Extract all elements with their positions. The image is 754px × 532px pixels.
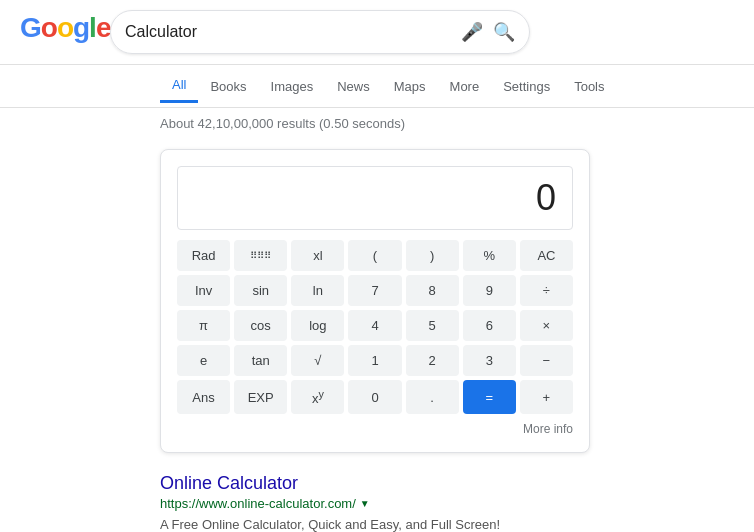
calc-btn-4[interactable]: 4: [348, 310, 401, 341]
calc-btn-pi[interactable]: π: [177, 310, 230, 341]
calc-btn-2[interactable]: 2: [406, 345, 459, 376]
calc-btn-0[interactable]: 0: [348, 380, 401, 414]
calc-btn-7[interactable]: 7: [348, 275, 401, 306]
nav-item-more[interactable]: More: [438, 71, 492, 102]
calc-btn-ans[interactable]: Ans: [177, 380, 230, 414]
calc-btn-close-paren[interactable]: ): [406, 240, 459, 271]
calc-btn-exp[interactable]: EXP: [234, 380, 287, 414]
nav-item-all[interactable]: All: [160, 69, 198, 103]
calc-btn-e[interactable]: e: [177, 345, 230, 376]
calc-grid: Rad ⠿⠿⠿ xl ( ) % AC Inv sin ln 7 8 9 ÷ π…: [177, 240, 573, 414]
calc-btn-6[interactable]: 6: [463, 310, 516, 341]
calc-btn-add[interactable]: +: [520, 380, 573, 414]
logo-o2: o: [57, 12, 73, 43]
nav-tools[interactable]: Tools: [562, 71, 616, 102]
calc-btn-cos[interactable]: cos: [234, 310, 287, 341]
nav-item-images[interactable]: Images: [259, 71, 326, 102]
logo-l: l: [89, 12, 96, 43]
more-info[interactable]: More info: [177, 414, 573, 436]
nav-item-books[interactable]: Books: [198, 71, 258, 102]
logo-text: Google: [20, 12, 110, 43]
result-1-title[interactable]: Online Calculator: [160, 473, 594, 494]
search-bar: 🎤 🔍: [110, 10, 530, 54]
logo-o1: o: [41, 12, 57, 43]
calc-btn-5[interactable]: 5: [406, 310, 459, 341]
logo-g: G: [20, 12, 41, 43]
calc-btn-1[interactable]: 1: [348, 345, 401, 376]
calc-btn-8[interactable]: 8: [406, 275, 459, 306]
search-icon[interactable]: 🔍: [493, 21, 515, 43]
nav-settings[interactable]: Settings: [491, 71, 562, 102]
calc-btn-open-paren[interactable]: (: [348, 240, 401, 271]
calc-btn-percent[interactable]: %: [463, 240, 516, 271]
search-results: Online Calculator https://www.online-cal…: [0, 463, 754, 532]
result-1-snippet: A Free Online Calculator, Quick and Easy…: [160, 515, 594, 532]
calc-btn-xl[interactable]: xl: [291, 240, 344, 271]
calc-btn-divide[interactable]: ÷: [520, 275, 573, 306]
result-1-url: https://www.online-calculator.com/ ▼: [160, 496, 594, 511]
calc-btn-deg[interactable]: ⠿⠿⠿: [234, 240, 287, 271]
logo: Google: [20, 12, 90, 52]
nav-item-maps[interactable]: Maps: [382, 71, 438, 102]
calc-btn-multiply[interactable]: ×: [520, 310, 573, 341]
logo-e: e: [96, 12, 111, 43]
calc-btn-ln[interactable]: ln: [291, 275, 344, 306]
calc-btn-ac[interactable]: AC: [520, 240, 573, 271]
mic-icon[interactable]: 🎤: [461, 21, 483, 43]
calc-btn-equals[interactable]: =: [463, 380, 516, 414]
logo-g2: g: [73, 12, 89, 43]
calc-btn-rad[interactable]: Rad: [177, 240, 230, 271]
calc-btn-inv[interactable]: Inv: [177, 275, 230, 306]
search-input[interactable]: [125, 23, 461, 41]
search-result-1: Online Calculator https://www.online-cal…: [160, 473, 594, 532]
header: Google 🎤 🔍: [0, 0, 754, 65]
nav: All Books Images News Maps More Settings…: [0, 65, 754, 108]
results-info: About 42,10,00,000 results (0.50 seconds…: [0, 108, 754, 139]
calculator-widget: 0 Rad ⠿⠿⠿ xl ( ) % AC Inv sin ln 7 8 9 ÷…: [160, 149, 590, 453]
result-1-dropdown-arrow[interactable]: ▼: [360, 498, 370, 509]
calc-btn-dot[interactable]: .: [406, 380, 459, 414]
result-1-url-text: https://www.online-calculator.com/: [160, 496, 356, 511]
nav-item-news[interactable]: News: [325, 71, 382, 102]
calc-btn-subtract[interactable]: −: [520, 345, 573, 376]
calc-btn-3[interactable]: 3: [463, 345, 516, 376]
calc-btn-log[interactable]: log: [291, 310, 344, 341]
calc-btn-9[interactable]: 9: [463, 275, 516, 306]
calc-display: 0: [177, 166, 573, 230]
calc-btn-tan[interactable]: tan: [234, 345, 287, 376]
calc-btn-power[interactable]: xy: [291, 380, 344, 414]
calc-btn-sqrt[interactable]: √: [291, 345, 344, 376]
calc-btn-sin[interactable]: sin: [234, 275, 287, 306]
